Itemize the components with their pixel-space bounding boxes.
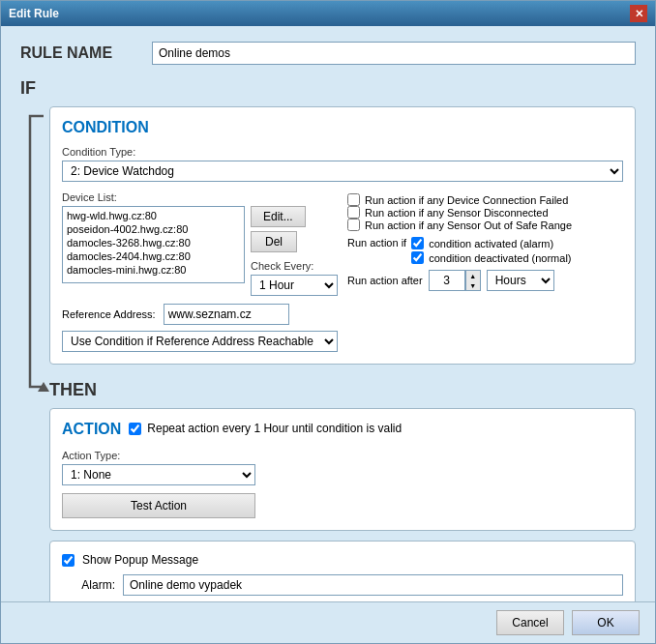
- edit-rule-window: Edit Rule ✕ RULE NAME IF CONDITION Condi…: [0, 0, 656, 644]
- repeat-action-checkbox[interactable]: [129, 423, 141, 435]
- repeat-action-label: Repeat action every 1 Hour until conditi…: [147, 422, 402, 435]
- run-if-disconnected-label: Run action if any Sensor Disconnected: [365, 207, 549, 219]
- show-popup-row: Show Popup Message: [62, 553, 623, 567]
- condition-title: CONDITION: [62, 119, 623, 136]
- footer: Cancel OK: [1, 601, 655, 643]
- del-device-button[interactable]: Del: [251, 231, 297, 252]
- run-if-out-of-range-row: Run action if any Sensor Out of Safe Ran…: [347, 219, 623, 231]
- alarm-row: Alarm:: [62, 574, 623, 596]
- if-label: IF: [20, 78, 636, 99]
- alarm-input[interactable]: [123, 574, 623, 596]
- if-bracket: [20, 106, 49, 601]
- condition-type-label: Condition Type:: [62, 146, 623, 158]
- action-title: ACTION: [62, 421, 121, 438]
- rule-name-input[interactable]: [152, 42, 636, 65]
- test-action-button[interactable]: Test Action: [62, 493, 255, 518]
- alarm-normal-section: Alarm: Normal:: [62, 574, 623, 601]
- condition-activated-label: condition activated (alarm): [429, 238, 553, 249]
- condition-deactivated-checkbox[interactable]: [411, 251, 424, 264]
- condition-deactivated-row: condition deactivated (normal): [411, 251, 571, 264]
- rule-name-row: RULE NAME: [20, 42, 636, 65]
- run-action-after-unit-select[interactable]: Hours Minutes Days: [487, 270, 554, 291]
- main-content: RULE NAME IF CONDITION Condition Type: 2…: [1, 26, 655, 601]
- condition-section: CONDITION Condition Type: 2: Device Watc…: [49, 106, 636, 365]
- alarm-label: Alarm:: [62, 578, 115, 592]
- action-type-select[interactable]: 1: None 2: Email: [62, 464, 255, 485]
- rule-name-label: RULE NAME: [20, 44, 136, 62]
- run-if-failed-row: Run action if any Device Connection Fail…: [347, 193, 623, 206]
- action-type-label: Action Type:: [62, 450, 623, 461]
- action-type-row: Action Type: 1: None 2: Email: [62, 450, 623, 485]
- reference-address-label: Reference Address:: [62, 308, 156, 320]
- use-condition-select[interactable]: Use Condition if Reference Address Reach…: [62, 331, 338, 352]
- run-if-out-of-range-label: Run action if any Sensor Out of Safe Ran…: [365, 220, 572, 231]
- list-item[interactable]: damocles-2404.hwg.cz:80: [65, 249, 242, 263]
- cancel-button[interactable]: Cancel: [496, 610, 564, 635]
- reference-address-input[interactable]: [164, 304, 289, 325]
- list-item[interactable]: hwg-wld.hwg.cz:80: [65, 209, 242, 222]
- repeat-action-row: Repeat action every 1 Hour until conditi…: [129, 422, 402, 435]
- spinner-up-button[interactable]: ▲: [466, 271, 480, 280]
- run-if-disconnected-checkbox[interactable]: [347, 206, 360, 219]
- action-section: ACTION Repeat action every 1 Hour until …: [49, 408, 636, 531]
- list-item[interactable]: poseidon-4002.hwg.cz:80: [65, 222, 242, 236]
- show-popup-label: Show Popup Message: [82, 553, 198, 567]
- reference-address-row: Reference Address:: [62, 304, 338, 325]
- condition-activated-row: condition activated (alarm): [411, 237, 571, 249]
- condition-deactivated-label: condition deactivated (normal): [429, 252, 571, 264]
- check-every-select[interactable]: 1 Hour: [251, 275, 338, 296]
- run-if-disconnected-row: Run action if any Sensor Disconnected: [347, 206, 623, 219]
- popup-section: Show Popup Message Alarm: Normal:: [49, 541, 636, 601]
- list-item[interactable]: damocles-3268.hwg.cz:80: [65, 236, 242, 249]
- show-popup-checkbox[interactable]: [62, 554, 75, 567]
- condition-activated-checkbox[interactable]: [411, 237, 424, 249]
- run-action-after-row: Run action after ▲ ▼ Hours: [347, 270, 623, 291]
- spinner-down-button[interactable]: ▼: [466, 280, 480, 290]
- ok-button[interactable]: OK: [572, 610, 640, 635]
- condition-type-select[interactable]: 2: Device Watchdog: [62, 161, 623, 182]
- check-every-label: Check Every:: [251, 260, 338, 272]
- run-action-if-label: Run action if: [347, 237, 406, 249]
- close-button[interactable]: ✕: [630, 5, 647, 22]
- list-item[interactable]: damocles-mini.hwg.cz:80: [65, 263, 242, 277]
- window-title: Edit Rule: [9, 7, 59, 20]
- device-list[interactable]: hwg-wld.hwg.cz:80 poseidon-4002.hwg.cz:8…: [62, 206, 245, 283]
- title-bar: Edit Rule ✕: [1, 1, 655, 26]
- run-if-failed-checkbox[interactable]: [347, 193, 360, 206]
- edit-device-button[interactable]: Edit...: [251, 206, 306, 227]
- spinner-arrows: ▲ ▼: [465, 270, 481, 291]
- then-label: THEN: [49, 380, 636, 400]
- device-list-label: Device List:: [62, 191, 338, 203]
- run-action-after-input[interactable]: [429, 270, 465, 291]
- run-if-out-of-range-checkbox[interactable]: [347, 219, 360, 231]
- run-action-after-label: Run action after: [347, 275, 423, 286]
- run-if-failed-label: Run action if any Device Connection Fail…: [365, 194, 568, 206]
